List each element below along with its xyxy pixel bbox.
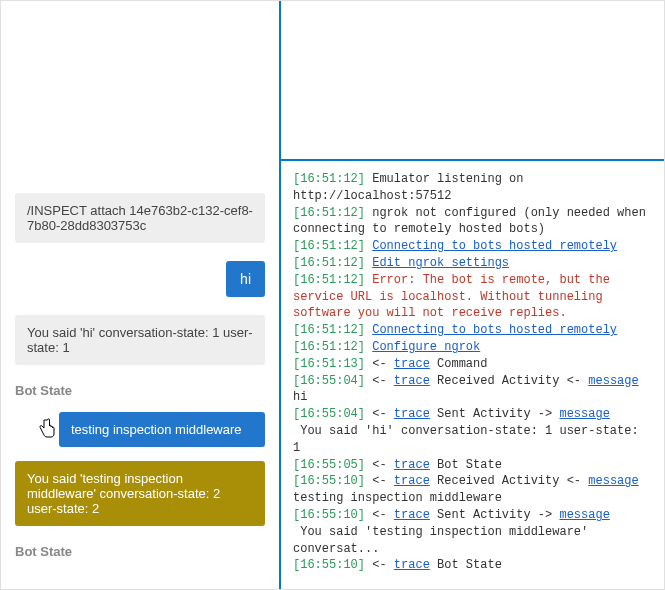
log-text: Bot State <box>430 458 502 472</box>
log-timestamp: [16:55:10] <box>293 558 365 572</box>
log-timestamp: [16:51:12] <box>293 206 365 220</box>
log-text: You said 'hi' conversation-state: 1 user… <box>293 424 646 455</box>
log-text: Sent Activity -> <box>430 407 560 421</box>
log-line: [16:55:05] <- trace Bot State <box>293 457 652 474</box>
log-link[interactable]: Connecting to bots hosted remotely <box>372 239 617 253</box>
log-timestamp: [16:51:12] <box>293 256 365 270</box>
bot-state-label-1[interactable]: Bot State <box>15 383 265 398</box>
log-link[interactable]: trace <box>394 407 430 421</box>
log-line: [16:55:04] <- trace Received Activity <-… <box>293 373 652 407</box>
app-container: /INSPECT attach 14e763b2-c132-cef8-7b80-… <box>1 1 664 589</box>
log-link[interactable]: Configure ngrok <box>372 340 480 354</box>
log-text: <- <box>365 374 394 388</box>
log-link[interactable]: trace <box>394 558 430 572</box>
log-text: <- <box>365 407 394 421</box>
log-line: [16:51:12] Error: The bot is remote, but… <box>293 272 652 322</box>
log-panel[interactable]: [16:51:12] Emulator listening on http://… <box>281 161 664 589</box>
right-panel: [16:51:12] Emulator listening on http://… <box>281 1 664 589</box>
log-timestamp: [16:51:12] <box>293 239 365 253</box>
log-line: [16:55:10] <- trace Bot State <box>293 557 652 574</box>
log-line: [16:51:12] Emulator listening on http://… <box>293 171 652 205</box>
log-link[interactable]: trace <box>394 357 430 371</box>
log-text: <- <box>365 357 394 371</box>
log-timestamp: [16:51:12] <box>293 273 365 287</box>
log-link[interactable]: message <box>588 374 638 388</box>
log-line: [16:51:13] <- trace Command <box>293 356 652 373</box>
log-line: [16:51:12] Edit ngrok settings <box>293 255 652 272</box>
chat-spacer <box>15 13 265 193</box>
log-link[interactable]: trace <box>394 474 430 488</box>
log-line: [16:51:12] Connecting to bots hosted rem… <box>293 238 652 255</box>
log-link[interactable]: trace <box>394 374 430 388</box>
log-link[interactable]: message <box>588 474 638 488</box>
inspector-top <box>281 1 664 161</box>
log-text: Command <box>430 357 488 371</box>
hand-cursor-icon <box>37 418 57 445</box>
log-text: Received Activity <- <box>430 474 588 488</box>
user-message-testing[interactable]: testing inspection middleware <box>59 412 265 447</box>
log-text: Bot State <box>430 558 502 572</box>
log-text: Sent Activity -> <box>430 508 560 522</box>
log-link[interactable]: message <box>559 407 609 421</box>
log-link[interactable]: message <box>559 508 609 522</box>
system-attach-message[interactable]: /INSPECT attach 14e763b2-c132-cef8-7b80-… <box>15 193 265 243</box>
log-link[interactable]: trace <box>394 458 430 472</box>
log-timestamp: [16:55:10] <box>293 474 365 488</box>
log-text: Received Activity <- <box>430 374 588 388</box>
log-timestamp: [16:55:04] <box>293 407 365 421</box>
log-line: [16:55:04] <- trace Sent Activity -> mes… <box>293 406 652 456</box>
log-text: <- <box>365 558 394 572</box>
log-timestamp: [16:55:10] <box>293 508 365 522</box>
log-line: [16:55:10] <- trace Sent Activity -> mes… <box>293 507 652 557</box>
log-timestamp: [16:51:12] <box>293 172 365 186</box>
chat-panel: /INSPECT attach 14e763b2-c132-cef8-7b80-… <box>1 1 281 589</box>
log-link[interactable]: trace <box>394 508 430 522</box>
user-message-hi[interactable]: hi <box>226 261 265 297</box>
bot-reply-2[interactable]: You said 'testing inspection middleware'… <box>15 461 265 526</box>
log-timestamp: [16:51:13] <box>293 357 365 371</box>
log-line: [16:55:10] <- trace Received Activity <-… <box>293 473 652 507</box>
log-text: <- <box>365 458 394 472</box>
bot-reply-1[interactable]: You said 'hi' conversation-state: 1 user… <box>15 315 265 365</box>
log-text: You said 'testing inspection middleware'… <box>293 525 595 556</box>
log-line: [16:51:12] ngrok not configured (only ne… <box>293 205 652 239</box>
log-text: <- <box>365 474 394 488</box>
bot-state-label-2[interactable]: Bot State <box>15 544 265 559</box>
log-timestamp: [16:51:12] <box>293 323 365 337</box>
log-timestamp: [16:55:05] <box>293 458 365 472</box>
log-link[interactable]: Connecting to bots hosted remotely <box>372 323 617 337</box>
log-timestamp: [16:55:04] <box>293 374 365 388</box>
log-line: [16:51:12] Connecting to bots hosted rem… <box>293 322 652 339</box>
log-line: [16:51:12] Configure ngrok <box>293 339 652 356</box>
log-text: <- <box>365 508 394 522</box>
log-link[interactable]: Edit ngrok settings <box>372 256 509 270</box>
log-timestamp: [16:51:12] <box>293 340 365 354</box>
user-message-testing-text: testing inspection middleware <box>71 422 242 437</box>
